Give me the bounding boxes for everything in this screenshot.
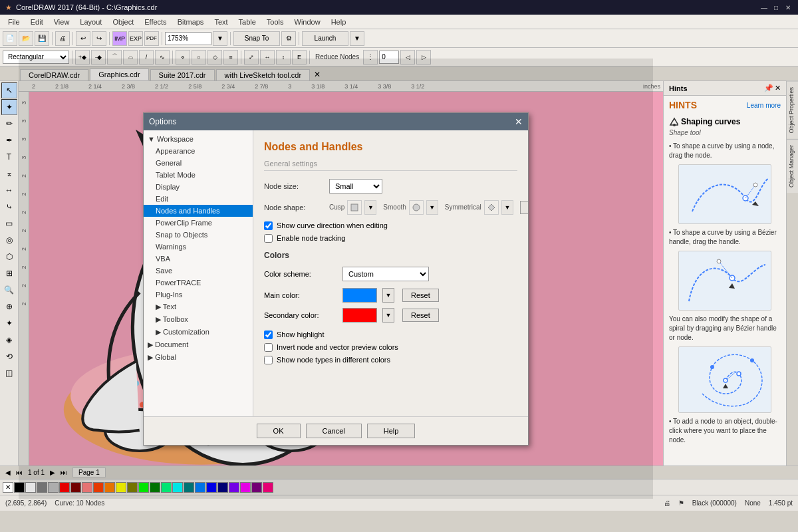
- color-swatch-gray2[interactable]: [48, 482, 59, 493]
- tree-toolbox[interactable]: ▶ Toolbox: [144, 313, 253, 326]
- make-line-btn[interactable]: /: [139, 50, 154, 65]
- tree-workspace[interactable]: ▼ Workspace: [144, 133, 253, 145]
- main-color-dropdown[interactable]: ▼: [382, 288, 394, 303]
- learn-more-link[interactable]: Learn more: [747, 102, 781, 109]
- color-swatch-skyblue[interactable]: [195, 482, 205, 493]
- tree-appearance[interactable]: Appearance: [144, 145, 253, 157]
- tree-plugins[interactable]: Plug-Ins: [144, 289, 253, 301]
- stretch-btn[interactable]: ⤢: [244, 50, 259, 65]
- settings-btn[interactable]: ⚙: [281, 31, 296, 46]
- node-shape-reset-btn[interactable]: Reset: [520, 201, 528, 214]
- color-swatch-black[interactable]: [14, 482, 25, 493]
- color-swatch-teal[interactable]: [184, 482, 194, 493]
- main-color-swatch[interactable]: [342, 288, 377, 303]
- color-swatch-red[interactable]: [59, 482, 70, 493]
- tree-warnings[interactable]: Warnings: [144, 241, 253, 253]
- secondary-color-reset-btn[interactable]: Reset: [402, 309, 439, 322]
- tool-text[interactable]: T: [1, 149, 17, 165]
- add-node-btn[interactable]: +◆: [75, 50, 90, 65]
- tool-pen[interactable]: ✒: [1, 132, 17, 148]
- shape-type-select[interactable]: Rectangular: [3, 51, 69, 64]
- page-name-tab[interactable]: Page 1: [72, 467, 106, 477]
- pdf-btn[interactable]: PDF: [144, 31, 159, 46]
- color-swatch-navy[interactable]: [217, 482, 228, 493]
- page-last-btn[interactable]: ⏭: [61, 469, 67, 476]
- enable-tracking-checkbox[interactable]: [264, 234, 273, 243]
- page-next-btn[interactable]: ▶: [50, 469, 55, 476]
- color-swatch-purple2[interactable]: [251, 482, 262, 493]
- tree-powerclip[interactable]: PowerClip Frame: [144, 217, 253, 229]
- show-curve-checkbox[interactable]: [264, 221, 273, 230]
- menu-edit[interactable]: Edit: [25, 17, 49, 27]
- tool-polygon[interactable]: ⬡: [1, 249, 17, 265]
- tree-vba[interactable]: VBA: [144, 253, 253, 265]
- menu-view[interactable]: View: [49, 17, 75, 27]
- no-fill-swatch[interactable]: ✕: [3, 482, 13, 493]
- help-btn[interactable]: Help: [367, 424, 416, 438]
- del-node-btn[interactable]: -◆: [91, 50, 106, 65]
- color-swatch-magenta[interactable]: [240, 482, 251, 493]
- color-swatch-darkred[interactable]: [70, 482, 81, 493]
- tab-livesketch[interactable]: with LiveSketch tool.cdr: [216, 69, 311, 80]
- smooth-btn[interactable]: ○: [192, 50, 206, 65]
- color-swatch-orange1[interactable]: [93, 482, 104, 493]
- tab-close-btn[interactable]: ✕: [314, 70, 321, 80]
- menu-text[interactable]: Text: [209, 17, 233, 27]
- make-curve-btn[interactable]: ∿: [155, 50, 170, 65]
- menu-file[interactable]: File: [3, 17, 25, 27]
- tree-powertrace[interactable]: PowerTRACE: [144, 277, 253, 289]
- page-prev-btn[interactable]: ◀: [5, 469, 11, 476]
- show-types-checkbox[interactable]: [264, 356, 273, 364]
- reflect-v-btn[interactable]: ↕: [276, 50, 291, 65]
- redo-btn[interactable]: ↪: [92, 31, 106, 46]
- tab-graphics[interactable]: Graphics.cdr: [90, 68, 148, 80]
- menu-tools[interactable]: Tools: [261, 17, 289, 27]
- tree-global[interactable]: ▶ Global: [144, 351, 253, 364]
- import-btn[interactable]: IMP: [112, 31, 127, 46]
- tool-select[interactable]: ↖: [1, 82, 17, 98]
- menu-effects[interactable]: Effects: [139, 17, 172, 27]
- secondary-color-dropdown[interactable]: ▼: [382, 308, 394, 323]
- launch-btn[interactable]: Launch: [302, 31, 348, 46]
- tree-edit[interactable]: Edit: [144, 193, 253, 205]
- menu-object[interactable]: Object: [107, 17, 139, 27]
- join-nodes-btn[interactable]: ⌒: [107, 50, 122, 65]
- tool-parallel[interactable]: ⌅: [1, 166, 17, 182]
- tool-connector[interactable]: ⤷: [1, 199, 17, 215]
- tool-zoom[interactable]: 🔍: [1, 282, 17, 298]
- tool-transform[interactable]: ⟲: [1, 348, 17, 364]
- new-btn[interactable]: 📄: [3, 31, 17, 46]
- menu-help[interactable]: Help: [326, 17, 352, 27]
- menu-window[interactable]: Window: [289, 17, 326, 27]
- snap-to-btn[interactable]: Snap To: [233, 31, 280, 46]
- launch-dropdown[interactable]: ▼: [350, 31, 364, 46]
- tool-shape[interactable]: ✦: [1, 99, 17, 115]
- color-swatch-hotpink[interactable]: [263, 482, 273, 493]
- open-curve-btn[interactable]: ▷: [416, 50, 431, 65]
- reduce-nodes-btn[interactable]: ⋮: [363, 50, 378, 65]
- zoom-input[interactable]: 1753%: [165, 32, 211, 45]
- dialog-close-btn[interactable]: ✕: [515, 116, 523, 127]
- color-swatch-pink[interactable]: [82, 482, 92, 493]
- symmetrical-dropdown[interactable]: ▼: [501, 200, 513, 215]
- color-swatch-orange2[interactable]: [104, 482, 115, 493]
- tool-interactive[interactable]: ◈: [1, 332, 17, 348]
- elastic-mode-btn[interactable]: E: [292, 50, 307, 65]
- close-curve-btn[interactable]: ◁: [400, 50, 415, 65]
- color-swatch-olive[interactable]: [127, 482, 138, 493]
- symmetrical-btn[interactable]: ◇: [207, 50, 222, 65]
- save-btn[interactable]: 💾: [35, 31, 49, 46]
- show-highlight-checkbox[interactable]: [264, 331, 273, 339]
- ok-btn[interactable]: OK: [257, 424, 301, 438]
- cusp-btn[interactable]: ⋄: [176, 50, 190, 65]
- tree-tablet-mode[interactable]: Tablet Mode: [144, 169, 253, 181]
- color-swatch-yellow[interactable]: [116, 482, 126, 493]
- color-swatch-white[interactable]: [25, 482, 36, 493]
- menu-bitmaps[interactable]: Bitmaps: [172, 17, 209, 27]
- color-swatch-gray1[interactable]: [37, 482, 47, 493]
- break-btn[interactable]: ⌓: [123, 50, 138, 65]
- tree-general[interactable]: General: [144, 157, 253, 169]
- close-btn[interactable]: ✕: [783, 3, 793, 12]
- undo-btn[interactable]: ↩: [76, 31, 90, 46]
- tab-coreldraw[interactable]: CorelDRAW.cdr: [20, 69, 88, 80]
